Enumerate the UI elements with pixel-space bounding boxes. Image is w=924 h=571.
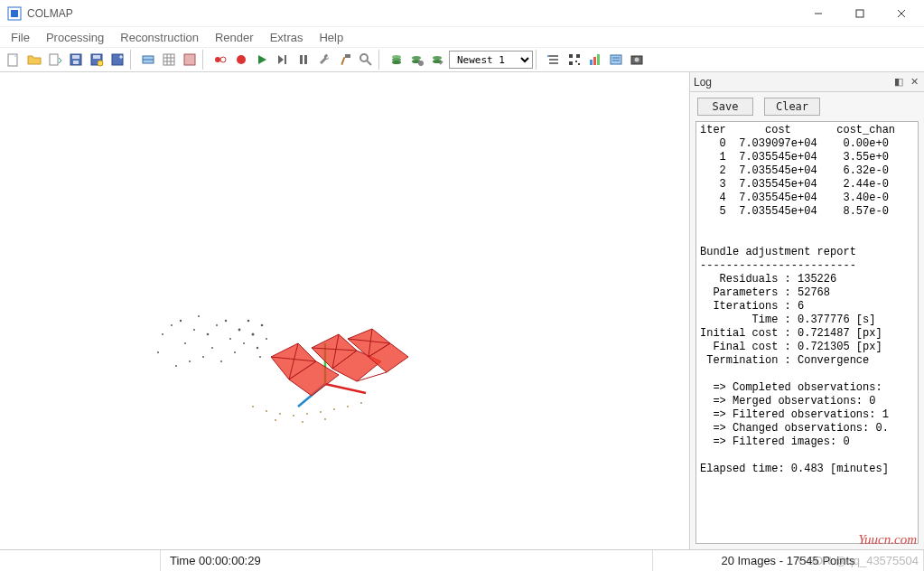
svg-rect-1 xyxy=(11,10,18,17)
svg-point-97 xyxy=(324,418,326,420)
stack-green-icon[interactable] xyxy=(387,50,406,70)
svg-rect-47 xyxy=(547,55,549,57)
svg-marker-28 xyxy=(278,55,284,64)
svg-point-95 xyxy=(275,419,276,421)
svg-point-88 xyxy=(279,413,281,415)
save-log-button[interactable]: Save xyxy=(697,98,753,116)
viewport-3d[interactable] xyxy=(0,72,689,549)
save-as-icon[interactable] xyxy=(87,50,107,70)
new-project-icon[interactable] xyxy=(4,50,23,70)
svg-point-39 xyxy=(412,56,421,60)
menu-reconstruction[interactable]: Reconstruction xyxy=(113,29,206,46)
svg-point-76 xyxy=(247,320,250,323)
next-icon[interactable] xyxy=(273,50,293,70)
svg-point-42 xyxy=(433,56,442,60)
menu-help[interactable]: Help xyxy=(312,29,350,46)
svg-rect-56 xyxy=(611,55,621,64)
wrench-icon[interactable] xyxy=(314,50,334,70)
svg-point-90 xyxy=(306,413,308,415)
svg-point-25 xyxy=(220,57,226,62)
svg-rect-10 xyxy=(72,55,79,59)
svg-point-63 xyxy=(157,351,159,353)
svg-point-60 xyxy=(635,58,639,62)
stack-wrench-icon[interactable] xyxy=(428,50,448,70)
toolbar: Newest 1 xyxy=(0,47,924,72)
svg-point-66 xyxy=(184,342,186,344)
export-icon[interactable] xyxy=(107,50,127,70)
pause-icon[interactable] xyxy=(294,50,313,70)
menu-file[interactable]: File xyxy=(4,29,37,46)
svg-point-81 xyxy=(189,360,191,362)
search-icon[interactable] xyxy=(356,50,376,70)
svg-point-80 xyxy=(202,356,204,358)
minimize-button[interactable] xyxy=(798,0,839,27)
svg-point-94 xyxy=(360,402,362,404)
close-log-icon[interactable]: ✕ xyxy=(908,76,920,89)
svg-rect-29 xyxy=(285,55,286,64)
svg-rect-31 xyxy=(304,55,307,64)
open-folder-icon[interactable] xyxy=(24,50,44,70)
status-time: Time 00:00:00:29 xyxy=(161,550,653,571)
match-matrix-icon[interactable] xyxy=(180,50,200,70)
grid-icon[interactable] xyxy=(159,50,179,70)
svg-point-91 xyxy=(320,411,322,413)
svg-point-24 xyxy=(215,57,220,62)
svg-rect-23 xyxy=(184,54,195,65)
import-icon[interactable] xyxy=(45,50,65,70)
svg-point-41 xyxy=(418,61,424,66)
svg-point-74 xyxy=(243,342,245,344)
svg-point-78 xyxy=(257,347,258,349)
menu-bar: File Processing Reconstruction Render Ex… xyxy=(0,27,924,47)
play-icon[interactable] xyxy=(252,50,272,70)
toolbar-separator xyxy=(130,50,135,70)
svg-point-62 xyxy=(171,324,173,326)
svg-rect-30 xyxy=(300,55,303,64)
image-list-icon[interactable] xyxy=(138,50,158,70)
svg-rect-13 xyxy=(93,55,100,59)
svg-point-73 xyxy=(238,329,241,332)
model-selector-combo[interactable]: Newest 1 xyxy=(449,51,533,69)
qr-icon[interactable] xyxy=(565,50,584,70)
status-bar: Time 00:00:00:29 20 Images - 17545 Point… xyxy=(0,549,924,571)
save-icon[interactable] xyxy=(66,50,86,70)
stack-settings-icon[interactable] xyxy=(407,50,427,70)
undock-icon[interactable]: ◧ xyxy=(892,76,905,89)
reconstruction-viz xyxy=(145,235,434,443)
svg-point-65 xyxy=(193,329,195,331)
status-cell-empty xyxy=(0,550,161,571)
svg-rect-54 xyxy=(593,57,596,65)
close-button[interactable] xyxy=(881,0,922,27)
svg-point-64 xyxy=(180,320,182,322)
svg-point-86 xyxy=(252,406,254,407)
menu-processing[interactable]: Processing xyxy=(39,29,111,46)
svg-rect-49 xyxy=(576,54,580,58)
hammer-icon[interactable] xyxy=(335,50,355,70)
svg-rect-55 xyxy=(597,54,600,65)
render-options-icon[interactable] xyxy=(544,50,564,70)
svg-point-87 xyxy=(266,410,267,412)
svg-point-92 xyxy=(333,408,335,410)
log-panel-icon[interactable] xyxy=(606,50,626,70)
clear-log-button[interactable]: Clear xyxy=(764,98,820,116)
svg-point-26 xyxy=(237,55,246,64)
menu-extras[interactable]: Extras xyxy=(263,29,311,46)
menu-render[interactable]: Render xyxy=(208,29,261,46)
record-icon[interactable] xyxy=(210,50,230,70)
svg-point-71 xyxy=(225,320,227,322)
svg-point-14 xyxy=(98,61,103,66)
svg-point-84 xyxy=(266,338,267,340)
log-textarea[interactable]: iter cost cost_chan 0 7.039097e+04 0.00e… xyxy=(695,121,919,544)
screenshot-icon[interactable] xyxy=(627,50,647,70)
svg-rect-11 xyxy=(73,61,79,64)
svg-point-70 xyxy=(211,347,213,349)
svg-point-69 xyxy=(216,324,218,326)
title-bar: COLMAP xyxy=(0,0,924,27)
svg-point-68 xyxy=(207,333,210,336)
log-title: Log xyxy=(694,76,712,89)
toolbar-separator xyxy=(378,50,384,70)
svg-point-61 xyxy=(162,333,163,335)
stop-icon[interactable] xyxy=(231,50,251,70)
svg-point-96 xyxy=(302,421,303,423)
chart-icon[interactable] xyxy=(585,50,605,70)
maximize-button[interactable] xyxy=(839,0,881,27)
